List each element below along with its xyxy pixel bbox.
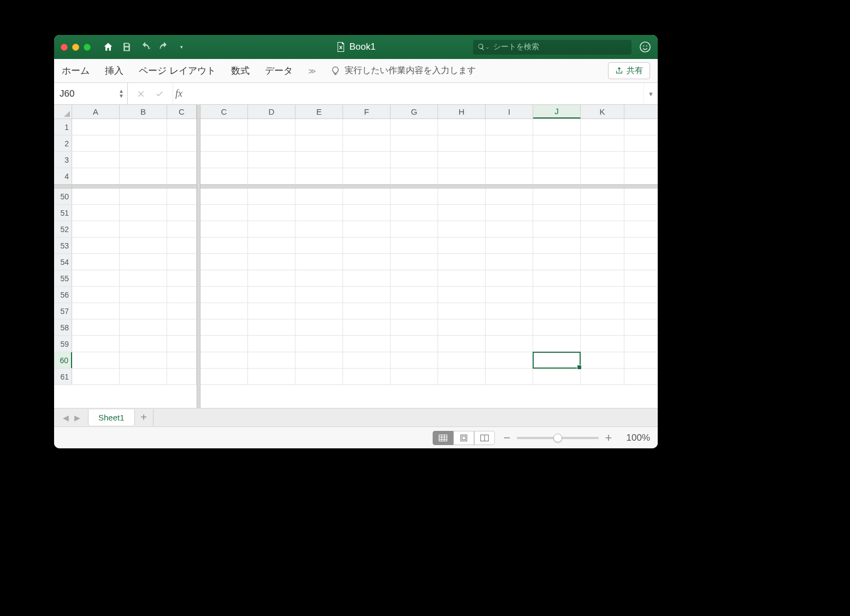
- sheet-tab-active[interactable]: Sheet1: [88, 410, 135, 425]
- cell[interactable]: [533, 152, 581, 168]
- cell[interactable]: [167, 238, 197, 253]
- cell[interactable]: [120, 188, 167, 204]
- cell[interactable]: [533, 352, 581, 368]
- column-header[interactable]: K: [581, 105, 624, 119]
- cell[interactable]: [343, 205, 391, 221]
- cell[interactable]: [200, 119, 248, 135]
- cell[interactable]: [343, 168, 391, 184]
- column-header[interactable]: G: [391, 105, 438, 119]
- cell[interactable]: [120, 270, 167, 286]
- row-header[interactable]: 1: [54, 119, 72, 135]
- cell[interactable]: [296, 336, 343, 352]
- cell[interactable]: [72, 168, 120, 184]
- cell[interactable]: [72, 119, 120, 135]
- row-header[interactable]: 50: [54, 188, 72, 204]
- cell[interactable]: [296, 319, 343, 335]
- cell[interactable]: [438, 188, 486, 204]
- cell[interactable]: [438, 221, 486, 237]
- cell[interactable]: [200, 205, 248, 221]
- column-header[interactable]: B: [120, 105, 167, 119]
- minimize-window-button[interactable]: [72, 44, 79, 51]
- cell[interactable]: [581, 221, 624, 237]
- zoom-slider-thumb[interactable]: [553, 434, 562, 442]
- cell[interactable]: [120, 205, 167, 221]
- cell[interactable]: [200, 135, 248, 151]
- cell[interactable]: [120, 369, 167, 384]
- cell[interactable]: [343, 303, 391, 319]
- cell[interactable]: [438, 135, 486, 151]
- cell[interactable]: [200, 168, 248, 184]
- cell[interactable]: [72, 303, 120, 319]
- cell[interactable]: [200, 270, 248, 286]
- cell[interactable]: [120, 238, 167, 253]
- row-header[interactable]: 3: [54, 152, 72, 168]
- cell[interactable]: [167, 119, 197, 135]
- cell[interactable]: [200, 287, 248, 303]
- row-header[interactable]: 53: [54, 238, 72, 253]
- cell[interactable]: [581, 152, 624, 168]
- cell[interactable]: [391, 254, 438, 270]
- cell[interactable]: [438, 352, 486, 368]
- formula-input[interactable]: [189, 83, 644, 104]
- cell[interactable]: [391, 221, 438, 237]
- row-header[interactable]: 52: [54, 221, 72, 237]
- cell[interactable]: [296, 221, 343, 237]
- cell[interactable]: [391, 369, 438, 384]
- cell[interactable]: [533, 168, 581, 184]
- cell[interactable]: [486, 270, 533, 286]
- cell[interactable]: [438, 152, 486, 168]
- cell[interactable]: [167, 254, 197, 270]
- cell[interactable]: [343, 352, 391, 368]
- cell[interactable]: [296, 152, 343, 168]
- cell[interactable]: [438, 319, 486, 335]
- cell[interactable]: [248, 188, 296, 204]
- cell[interactable]: [438, 287, 486, 303]
- cell[interactable]: [200, 319, 248, 335]
- cell[interactable]: [486, 319, 533, 335]
- cell[interactable]: [438, 254, 486, 270]
- cell[interactable]: [120, 135, 167, 151]
- cell[interactable]: [200, 188, 248, 204]
- cell[interactable]: [343, 287, 391, 303]
- row-header[interactable]: 56: [54, 287, 72, 303]
- cell[interactable]: [296, 135, 343, 151]
- cell[interactable]: [167, 221, 197, 237]
- cell[interactable]: [438, 119, 486, 135]
- name-box[interactable]: J60 ▲▼: [54, 83, 128, 104]
- cell[interactable]: [438, 369, 486, 384]
- cell[interactable]: [533, 254, 581, 270]
- cell[interactable]: [200, 303, 248, 319]
- cell[interactable]: [581, 188, 624, 204]
- cell[interactable]: [581, 336, 624, 352]
- row-header[interactable]: 51: [54, 205, 72, 221]
- cell[interactable]: [486, 303, 533, 319]
- column-header[interactable]: D: [248, 105, 296, 119]
- cell[interactable]: [248, 369, 296, 384]
- home-icon[interactable]: [103, 42, 114, 52]
- cell[interactable]: [581, 205, 624, 221]
- cell[interactable]: [296, 238, 343, 253]
- cell[interactable]: [167, 287, 197, 303]
- sheet-next-button[interactable]: ▶: [74, 413, 80, 422]
- cell[interactable]: [486, 287, 533, 303]
- page-layout-view-button[interactable]: [453, 431, 474, 445]
- fx-label[interactable]: fx: [173, 83, 189, 104]
- cell[interactable]: [581, 254, 624, 270]
- column-header[interactable]: C: [167, 105, 197, 119]
- cell[interactable]: [72, 319, 120, 335]
- cell[interactable]: [167, 168, 197, 184]
- add-sheet-button[interactable]: +: [135, 409, 154, 426]
- fullscreen-window-button[interactable]: [84, 44, 91, 51]
- cell[interactable]: [200, 369, 248, 384]
- cell[interactable]: [248, 168, 296, 184]
- cell[interactable]: [248, 119, 296, 135]
- cell[interactable]: [533, 205, 581, 221]
- cell[interactable]: [533, 270, 581, 286]
- row-header[interactable]: 61: [54, 369, 72, 384]
- tab-home[interactable]: ホーム: [62, 64, 90, 77]
- cell[interactable]: [296, 254, 343, 270]
- cell[interactable]: [72, 238, 120, 253]
- cell[interactable]: [167, 270, 197, 286]
- cell[interactable]: [248, 221, 296, 237]
- cell[interactable]: [391, 152, 438, 168]
